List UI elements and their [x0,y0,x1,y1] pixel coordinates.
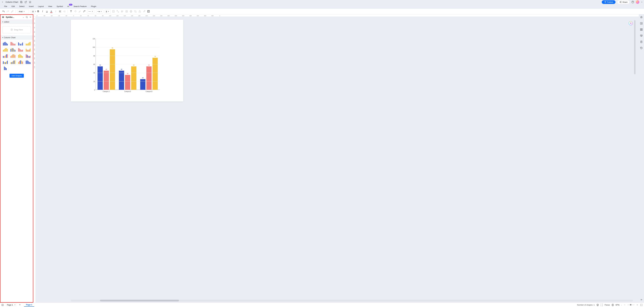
help-icon[interactable] [632,1,634,3]
play-icon[interactable] [612,304,614,306]
zoom-slider[interactable] [627,305,635,305]
redo-icon[interactable] [6,10,9,13]
add-shapes-button[interactable]: Add Shapes [10,74,24,78]
menu-item-symbol[interactable]: Symbol [56,5,63,8]
menu-item-select[interactable]: Select [19,5,24,8]
text-box-icon[interactable]: T [70,10,72,13]
fill-icon[interactable] [74,10,77,13]
shape-thumb[interactable] [2,47,9,52]
shape-thumb[interactable] [2,66,9,71]
focus-target-icon[interactable] [600,304,603,306]
shape-thumb[interactable] [25,53,32,59]
publish-button[interactable]: Publish [602,0,616,4]
menu-item-view[interactable]: View [48,5,52,8]
page-select[interactable]: Page-1 ▼ [6,303,17,306]
image-icon[interactable] [112,10,115,13]
connector-icon[interactable] [83,10,86,13]
shape-thumb[interactable] [10,59,16,65]
ai-badge[interactable]: N [628,21,633,26]
data-table-icon[interactable] [147,10,150,13]
collapse-right-icon[interactable] [640,298,643,301]
menu-item-file[interactable]: File [4,5,7,8]
undo-icon[interactable] [2,10,5,13]
group-icon[interactable] [125,10,128,13]
shape-thumb[interactable] [2,41,9,46]
focus-label[interactable]: Focus [605,304,610,306]
present-icon[interactable] [640,34,643,37]
line-spacing-icon[interactable] [63,10,66,13]
font-size-select[interactable]: 12 ▼ [30,10,35,13]
avatar[interactable] [636,0,639,4]
section-collect[interactable]: ▾ collect [0,20,33,24]
column-chart[interactable]: 554595453555255575 020406080100120Catego… [91,39,162,94]
chevron-down-icon[interactable]: ⌄ [621,304,622,306]
font-select[interactable]: Arial ▼ [18,10,29,13]
underline-icon[interactable]: U [46,10,48,13]
history-icon[interactable] [640,47,643,50]
zoom-value[interactable]: 67% [616,304,620,306]
shape-thumb[interactable] [17,59,24,65]
text-style-icon[interactable]: T [54,10,57,13]
layers-icon[interactable] [596,304,599,306]
search-icon[interactable] [26,16,28,18]
line-style-select[interactable]: ▼ [87,10,94,13]
collapse-panel-icon[interactable] [30,16,32,18]
horizontal-scrollbar[interactable] [71,300,633,301]
footer: Page-1 ▼ + Page-1 Number of shapes: 1 Fo… [0,302,644,307]
shape-thumb[interactable] [25,47,32,52]
magic-icon[interactable] [130,10,132,13]
expand-all-icon[interactable]: ⌄ [23,16,24,18]
add-page-icon[interactable]: + [19,304,21,306]
shape-thumb[interactable] [17,47,24,52]
shape-thumb[interactable] [10,41,16,46]
shape-icon[interactable] [116,10,119,13]
back-icon[interactable] [2,1,4,3]
library-icon[interactable] [2,16,4,18]
theme-icon[interactable] [640,16,643,19]
font-color-icon[interactable]: A [50,10,53,13]
menu-item-plugin[interactable]: Plugin [91,5,96,8]
canvas-viewport[interactable]: 554595453555255575 020406080100120Catego… [36,17,639,302]
italic-icon[interactable]: I [41,10,44,13]
outline-icon[interactable] [2,304,4,306]
shape-thumb[interactable] [10,47,16,52]
shape-thumb[interactable] [2,53,9,59]
align-left-icon[interactable] [121,10,124,13]
line-weight-select[interactable]: ▼ [105,10,110,13]
menu-item-insert[interactable]: Insert [29,5,34,8]
save-icon[interactable] [20,1,22,3]
menu-item-layout[interactable]: Layout [38,5,44,8]
settings-icon[interactable] [143,10,146,13]
vertical-scrollbar[interactable] [634,19,636,298]
apps-icon[interactable] [640,28,643,31]
align-icon[interactable] [59,10,62,13]
open-external-icon[interactable] [24,1,27,3]
shape-thumb[interactable] [17,53,24,59]
star-icon[interactable] [29,1,31,3]
notes-icon[interactable] [640,40,643,43]
shape-thumb[interactable] [25,41,32,46]
share-button[interactable]: Share [617,0,630,4]
bold-icon[interactable]: B [37,10,40,13]
drag-here-drop[interactable]: Drag Here [2,26,31,33]
highlight-icon[interactable] [78,10,81,13]
zoom-out-icon[interactable]: − [624,304,626,306]
fullscreen-icon[interactable] [640,304,642,306]
menu-item-edit[interactable]: Edit [12,5,15,8]
shape-thumb[interactable] [17,41,24,46]
export-icon[interactable] [640,22,643,25]
avatar-caret-icon[interactable]: ▼ [641,1,642,3]
arrow-style-select[interactable]: ▼ [96,10,103,13]
canvas-page[interactable]: 554595453555255575 020406080100120Catego… [71,20,183,102]
zoom-in-icon[interactable]: + [636,304,638,306]
section-column-chart[interactable]: ▾ Column Chart [0,35,33,40]
crop-icon[interactable] [134,10,137,13]
shape-thumb[interactable] [10,53,16,59]
shape-thumb[interactable] [2,59,9,65]
page-tab-active[interactable]: Page-1 [24,303,34,307]
menu-item-search-feature[interactable]: Search Feature [74,5,87,8]
shape-thumb[interactable] [25,59,32,65]
lock-icon[interactable] [138,10,141,13]
format-painter-icon[interactable] [11,10,14,13]
menu-item-ai[interactable]: AIhot [67,5,69,8]
